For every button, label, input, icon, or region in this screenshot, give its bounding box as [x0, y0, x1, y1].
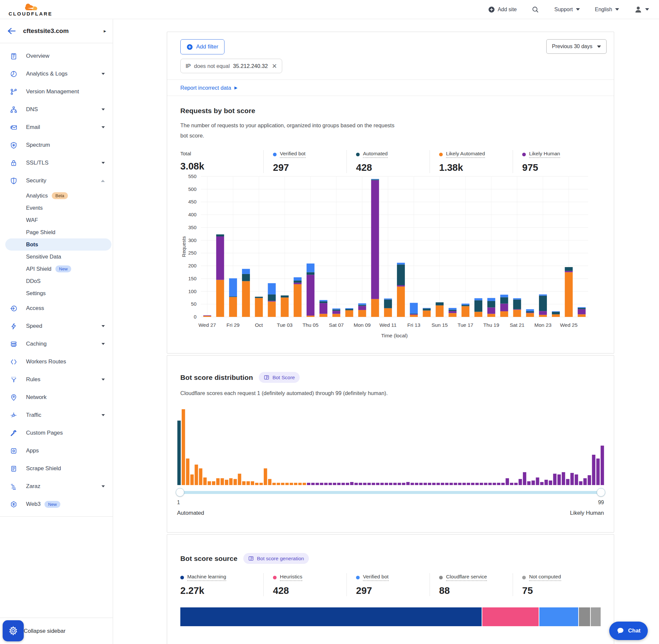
collapse-sidebar-button[interactable]: Collapse sidebar — [24, 628, 66, 635]
chevron-right-icon[interactable]: ▸ — [103, 28, 106, 34]
stat-label: Cloudflare service — [446, 574, 487, 581]
close-icon[interactable]: ✕ — [272, 62, 277, 70]
sidebar-item-web3[interactable]: Web3New — [0, 495, 113, 513]
svg-text:Thu 05: Thu 05 — [303, 322, 319, 328]
stat-value: 75 — [522, 585, 601, 596]
sidebar-item-dns[interactable]: DNS — [0, 100, 113, 118]
source-segment-cloudflare-service — [579, 607, 591, 626]
sidebar-item-sensitive-data[interactable]: Sensitive Data — [0, 251, 113, 263]
settings-gear-button[interactable] — [3, 620, 24, 641]
sidebar-item-ssl-tls[interactable]: SSL/TLS — [0, 154, 113, 172]
svg-text:Sat 07: Sat 07 — [329, 322, 344, 328]
distribution-section-title: Bot score distribution — [180, 374, 253, 382]
sidebar-item-label: Sensitive Data — [26, 254, 61, 260]
sidebar-item-analytics[interactable]: AnalyticsBeta — [0, 190, 113, 202]
legend-dot — [356, 153, 360, 156]
chevron-down-icon — [101, 414, 105, 416]
support-menu[interactable]: Support — [554, 6, 580, 13]
sidebar-item-page-shield[interactable]: Page Shield — [0, 226, 113, 238]
stat-verified-bot: Verified bot297 — [347, 573, 429, 596]
document-icon — [10, 465, 18, 473]
slider-handle-max[interactable] — [597, 488, 605, 497]
chevron-down-icon — [597, 46, 601, 48]
date-range-dropdown[interactable]: Previous 30 days — [546, 39, 607, 54]
chat-button[interactable]: Chat — [609, 622, 648, 640]
svg-text:Sat 21: Sat 21 — [510, 322, 524, 328]
stat-total: Total3.08k — [180, 150, 263, 173]
cloudflare-logo[interactable]: CLOUDFLARE — [8, 3, 52, 16]
search-icon[interactable] — [532, 6, 539, 13]
stat-heuristics: Heuristics428 — [263, 573, 347, 596]
sidebar-item-label: Version Management — [26, 88, 79, 95]
sidebar-item-api-shield[interactable]: API ShieldNew — [0, 263, 113, 275]
sidebar-nav: OverviewAnalytics & LogsVersion Manageme… — [0, 43, 113, 513]
site-name[interactable]: cftestsite3.com — [23, 27, 69, 34]
sidebar-item-zaraz[interactable]: Zaraz — [0, 478, 113, 495]
sidebar-item-overview[interactable]: Overview — [0, 47, 113, 65]
svg-text:Thu 19: Thu 19 — [483, 322, 499, 328]
sidebar-item-label: Security — [26, 178, 46, 184]
sidebar-item-version-management[interactable]: Version Management — [0, 83, 113, 100]
report-incorrect-data-link[interactable]: Report incorrect data ▶ — [180, 85, 237, 91]
add-site-button[interactable]: Add site — [488, 6, 517, 13]
requests-section-title: Requests by bot score — [180, 107, 601, 115]
chevron-down-icon — [101, 343, 105, 345]
sidebar-item-ddos[interactable]: DDoS — [0, 275, 113, 287]
source-proportion-bar — [180, 607, 601, 626]
sidebar-item-workers-routes[interactable]: Workers Routes — [0, 353, 113, 371]
sidebar-item-access[interactable]: Access — [0, 299, 113, 317]
sidebar-item-custom-pages[interactable]: Custom Pages — [0, 424, 113, 442]
doc-panel-icon — [264, 374, 269, 380]
slider-handle-min[interactable] — [176, 488, 184, 497]
stat-label: Total — [180, 151, 191, 157]
chevron-up-icon — [101, 180, 105, 182]
svg-text:400: 400 — [188, 212, 196, 217]
svg-text:Tue 17: Tue 17 — [457, 322, 473, 328]
add-filter-button[interactable]: Add filter — [180, 39, 225, 54]
user-icon — [634, 6, 642, 14]
filter-chip[interactable]: IP does not equal 35.212.240.32 ✕ — [180, 59, 282, 73]
legend-dot — [522, 576, 526, 579]
axis-left-label: Automated — [177, 510, 204, 516]
sidebar-item-speed[interactable]: Speed — [0, 317, 113, 335]
svg-text:250: 250 — [188, 250, 196, 256]
sidebar-item-scrape-shield[interactable]: Scrape Shield — [0, 460, 113, 478]
sidebar-item-security[interactable]: Security — [0, 172, 113, 190]
slider-track[interactable] — [177, 491, 604, 494]
stat-not-computed: Not computed75 — [513, 573, 601, 596]
source-segment-machine-learning — [180, 607, 482, 626]
sidebar-item-waf[interactable]: WAF — [0, 214, 113, 226]
sidebar-footer: Collapse sidebar — [0, 618, 113, 644]
sidebar-item-spectrum[interactable]: Spectrum — [0, 136, 113, 154]
language-menu[interactable]: English — [595, 6, 619, 13]
badge-new: New — [55, 266, 71, 272]
sidebar-item-caching[interactable]: Caching — [0, 335, 113, 353]
stat-label: Verified bot — [363, 574, 389, 581]
sidebar-item-rules[interactable]: Rules — [0, 371, 113, 388]
sidebar-item-traffic[interactable]: Traffic — [0, 406, 113, 424]
sidebar-item-label: Settings — [26, 290, 46, 296]
sidebar-item-network[interactable]: Network — [0, 388, 113, 406]
sidebar-item-analytics-logs[interactable]: Analytics & Logs — [0, 65, 113, 83]
sidebar-item-label: DDoS — [26, 278, 41, 284]
sidebar-item-apps[interactable]: Apps — [0, 442, 113, 460]
sidebar-item-label: Scrape Shield — [26, 465, 61, 472]
legend-dot — [439, 576, 443, 579]
bot-score-generation-badge[interactable]: Bot score generation — [243, 553, 309, 564]
stat-value: 88 — [439, 585, 513, 596]
account-menu[interactable] — [634, 6, 649, 14]
chevron-down-icon — [101, 162, 105, 164]
bot-score-badge[interactable]: Bot Score — [259, 372, 300, 383]
sidebar-item-events[interactable]: Events — [0, 202, 113, 214]
score-range-slider[interactable] — [177, 488, 604, 497]
svg-text:550: 550 — [188, 174, 196, 179]
pie-chart-icon — [10, 70, 18, 78]
sidebar-item-bots[interactable]: Bots — [5, 238, 112, 251]
sidebar-item-email[interactable]: Email — [0, 118, 113, 136]
svg-text:300: 300 — [188, 237, 196, 243]
sidebar-item-label: Email — [26, 124, 40, 131]
stat-label: Likely Human — [529, 151, 560, 158]
back-arrow-icon[interactable] — [7, 27, 16, 34]
dns-tree-icon — [10, 106, 18, 113]
sidebar-item-settings[interactable]: Settings — [0, 287, 113, 299]
